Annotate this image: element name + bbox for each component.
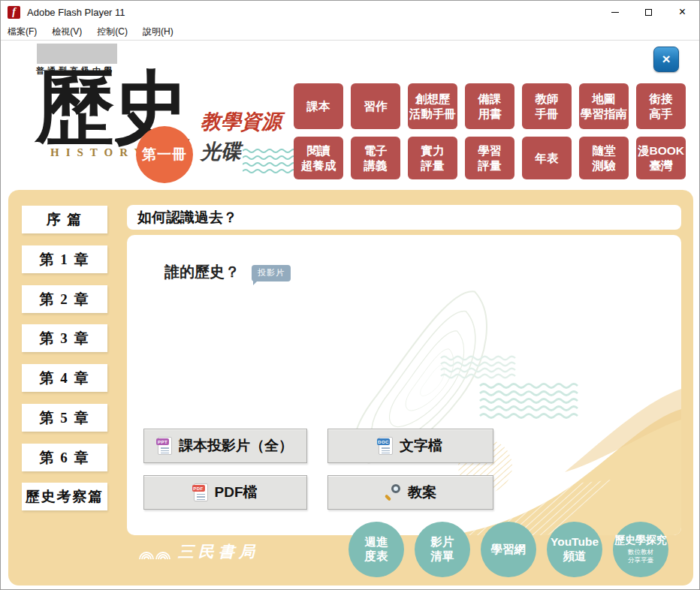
tagline-disc: 光碟 <box>201 138 241 165</box>
slides-badge: 投影片 <box>252 265 291 281</box>
section-title: 如何認識過去？ <box>137 208 237 227</box>
flash-player-icon: f <box>8 6 20 19</box>
magnifier-icon <box>385 484 401 501</box>
maximize-button[interactable] <box>632 1 665 23</box>
publisher-name: 三民書局 <box>178 541 259 562</box>
tagline-resource: 教學資源 <box>201 108 282 135</box>
volume-badge: 第一冊 <box>136 126 193 183</box>
resource-chronology-button[interactable]: 年表 <box>522 137 572 179</box>
textbook-slides-all-label: 課本投影片（全） <box>179 436 293 456</box>
resource-button-row-2: 閱讀 超養成 電子 講義 實力 評量 學習 評量 年表 隨堂 測驗 漫BOOK … <box>294 137 686 179</box>
resource-reading-button[interactable]: 閱讀 超養成 <box>294 137 343 179</box>
title-bar: f Adobe Flash Player 11 × <box>1 1 699 23</box>
doc-file-icon: DOC <box>379 437 393 455</box>
resource-ability-assessment-button[interactable]: 實力 評量 <box>408 137 457 179</box>
history-inquiry-circle-button[interactable]: 歷史學探究 數位教材 分享平臺 <box>613 522 668 577</box>
window-controls: × <box>598 1 699 23</box>
resource-learning-assessment-button[interactable]: 學習 評量 <box>465 137 514 179</box>
content-panel: 誰的歷史？ 投影片 PPT 課本投影片（全） DOC 文字檔 PDF PDF檔 <box>127 235 681 535</box>
app-close-icon: × <box>662 51 670 68</box>
wave-decoration-icon <box>243 148 301 175</box>
resource-teacher-manual-button[interactable]: 教師 手冊 <box>522 83 572 129</box>
window-title: Adobe Flash Player 11 <box>27 7 125 18</box>
weekly-schedule-circle-button[interactable]: 週進 度表 <box>348 522 404 577</box>
resource-textbook-button[interactable]: 課本 <box>294 83 343 129</box>
close-button[interactable]: × <box>665 1 699 23</box>
sidebar-item-chapter-3[interactable]: 第 3 章 <box>22 324 107 352</box>
ppt-file-icon: PPT <box>158 437 172 455</box>
resource-lesson-prep-button[interactable]: 備課 用書 <box>465 83 514 129</box>
textbook-slides-all-button[interactable]: PPT 課本投影片（全） <box>143 429 307 463</box>
subject-title-english: HISTORY <box>50 146 149 159</box>
topic-label: 誰的歷史？ <box>164 262 240 282</box>
sidebar-item-chapter-6[interactable]: 第 6 章 <box>22 444 107 471</box>
volume-label: 第一冊 <box>142 145 187 164</box>
resource-electure-button[interactable]: 電子 講義 <box>351 137 400 179</box>
pdf-file-icon: PDF <box>194 483 208 501</box>
resource-workbook-button[interactable]: 習作 <box>351 83 400 129</box>
lesson-plan-label: 教案 <box>408 483 436 502</box>
menu-file[interactable]: 檔案(F) <box>8 26 37 38</box>
menu-bar: 檔案(F) 檢視(V) 控制(C) 說明(H) <box>1 23 699 41</box>
youtube-channel-circle-button[interactable]: YouTube 頻道 <box>547 522 602 577</box>
sidebar-item-chapter-2[interactable]: 第 2 章 <box>22 285 107 313</box>
sidebar-item-chapter-1[interactable]: 第 1 章 <box>22 245 107 273</box>
publisher-logo: 三民書局 <box>138 541 259 562</box>
video-list-circle-button[interactable]: 影片 清單 <box>415 522 470 577</box>
maximize-icon <box>645 9 652 16</box>
section-title-bar: 如何認識過去？ <box>127 205 681 230</box>
sidebar-item-preface[interactable]: 序 篇 <box>22 206 107 233</box>
sidebar-item-field-study[interactable]: 歷史考察篇 <box>22 483 107 510</box>
resource-button-row-1: 課本 習作 創想歷 活動手冊 備課 用書 教師 手冊 地圖 學習指南 銜接 高手 <box>294 83 686 129</box>
resource-bridging-button[interactable]: 銜接 高手 <box>636 83 686 129</box>
learning-site-circle-button[interactable]: 學習網 <box>481 522 536 577</box>
pdf-file-label: PDF檔 <box>215 483 258 502</box>
flash-player-window: f Adobe Flash Player 11 × 檔案(F) 檢視(V) 控制… <box>0 0 700 590</box>
lesson-plan-button[interactable]: 教案 <box>327 475 493 510</box>
minimize-button[interactable] <box>598 1 632 23</box>
text-file-button[interactable]: DOC 文字檔 <box>327 429 493 463</box>
resource-activity-handbook-button[interactable]: 創想歷 活動手冊 <box>408 83 457 129</box>
history-inquiry-subtitle: 數位教材 分享平臺 <box>628 548 653 564</box>
pdf-file-button[interactable]: PDF PDF檔 <box>143 475 307 510</box>
sidebar-item-chapter-4[interactable]: 第 4 章 <box>22 364 107 392</box>
menu-help[interactable]: 說明(H) <box>143 26 173 38</box>
app-close-button[interactable]: × <box>653 47 679 72</box>
menu-control[interactable]: 控制(C) <box>97 26 128 38</box>
publisher-logo-placeholder <box>37 44 117 64</box>
resource-comic-taiwan-button[interactable]: 漫BOOK 臺灣 <box>636 137 686 179</box>
text-file-label: 文字檔 <box>400 436 442 456</box>
menu-view[interactable]: 檢視(V) <box>52 26 82 38</box>
minimize-icon <box>611 12 619 13</box>
sidebar-item-chapter-5[interactable]: 第 5 章 <box>22 404 107 432</box>
resource-quiz-button[interactable]: 隨堂 測驗 <box>579 137 629 179</box>
close-icon: × <box>679 6 686 18</box>
history-inquiry-title: 歷史學探究 <box>614 534 667 546</box>
publisher-arches-icon <box>138 543 173 560</box>
resource-map-guide-button[interactable]: 地圖 學習指南 <box>579 83 629 129</box>
